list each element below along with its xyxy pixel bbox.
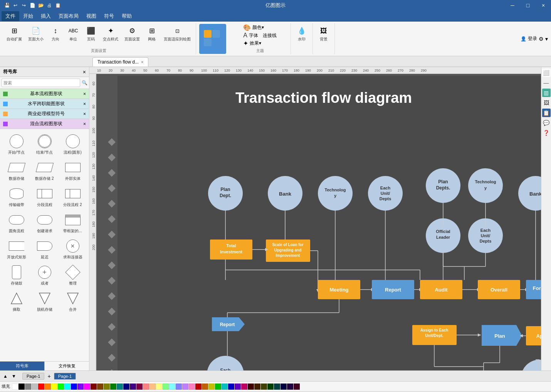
- menu-symbols[interactable]: 符号: [100, 11, 118, 21]
- maximize-button[interactable]: □: [520, 0, 536, 11]
- color-cell-teal[interactable]: [117, 384, 123, 390]
- rp-btn-6[interactable]: 💬: [542, 119, 551, 127]
- sidebar-section-horizontal-header[interactable]: 水平跨职能图形状 ×: [0, 99, 89, 109]
- sidebar-section-business-header[interactable]: 商业处理模型符号 ×: [0, 109, 89, 119]
- shape-process-circle[interactable]: 流程(圆形): [59, 132, 86, 157]
- shape-segment-process[interactable]: 分段流程: [31, 184, 58, 209]
- menu-view[interactable]: 视图: [82, 11, 100, 21]
- rp-btn-7[interactable]: ❓: [542, 129, 551, 137]
- color-cell-lightgreen[interactable]: [163, 384, 169, 390]
- sidebar-section-horizontal-close[interactable]: ×: [83, 101, 86, 107]
- minimize-button[interactable]: ─: [505, 0, 520, 11]
- settings-icon[interactable]: ⚙: [539, 36, 544, 42]
- color-cell-vdarkblue[interactable]: [281, 384, 287, 390]
- color-cell-darkorange[interactable]: [202, 384, 208, 390]
- shape-or[interactable]: + 或者: [31, 263, 58, 288]
- shape-end-node[interactable]: 结束/节点: [31, 132, 58, 157]
- color-cell-yellow[interactable]: [51, 384, 57, 390]
- sidebar-section-basic-close[interactable]: ×: [83, 91, 86, 97]
- shape-offline-store[interactable]: 脱机存储: [31, 289, 58, 314]
- color-cell-medpink[interactable]: [241, 384, 247, 390]
- sidebar-section-mixed-close[interactable]: ×: [83, 121, 86, 127]
- shape-external-entity[interactable]: 外部实体: [59, 158, 86, 183]
- color-cell-purple[interactable]: [77, 384, 84, 390]
- tb-direction[interactable]: ↕ 方向: [47, 24, 64, 44]
- menu-page-layout[interactable]: 页面布局: [55, 11, 82, 21]
- shape-extract[interactable]: 摘取: [3, 289, 30, 314]
- color-cell-indigo[interactable]: [130, 384, 136, 390]
- color-cell-olive[interactable]: [104, 384, 110, 390]
- shape-framed[interactable]: 带框架的...: [59, 211, 86, 235]
- shape-start-node[interactable]: 开始/节点: [3, 132, 30, 157]
- color-cell-vdarkrose[interactable]: [294, 384, 300, 390]
- page-nav-up[interactable]: ▲: [2, 372, 9, 380]
- login-btn[interactable]: 登录: [528, 35, 537, 42]
- shape-tape[interactable]: 传输磁带: [3, 184, 30, 209]
- color-cell-red[interactable]: [38, 384, 44, 390]
- shape-open-rect[interactable]: 开放式矩形: [3, 237, 30, 261]
- color-cell-blue[interactable]: [71, 384, 77, 390]
- more-icon[interactable]: ▾: [545, 36, 548, 42]
- rp-btn-5[interactable]: 📋: [542, 109, 551, 117]
- color-cell-lightcyan[interactable]: [169, 384, 175, 390]
- shape-merge[interactable]: 合并: [59, 289, 86, 314]
- sidebar-section-business-close[interactable]: ×: [83, 111, 86, 117]
- color-cell-vdarkorange[interactable]: [254, 384, 260, 390]
- page-tab-1[interactable]: Page-1: [22, 373, 44, 380]
- color-cell-vdarkgreen[interactable]: [267, 384, 274, 390]
- shape-segment-process2[interactable]: 分段流程 2: [59, 184, 86, 209]
- sidebar-bottom-tab-library[interactable]: 符号库: [0, 362, 45, 370]
- qa-save[interactable]: 💾: [3, 2, 11, 9]
- color-cell-lightyellow[interactable]: [156, 384, 162, 390]
- color-cell-vdarkteal[interactable]: [274, 384, 280, 390]
- tb-connection-style[interactable]: ✦ 交点样式: [100, 24, 121, 44]
- tab-close-transaction[interactable]: ×: [141, 60, 143, 64]
- tb-page-settings[interactable]: ⚙ 页面设置: [122, 24, 143, 44]
- tb-fit-page[interactable]: ⊡ 页面适应到绘图: [161, 24, 193, 44]
- color-cell-darkred[interactable]: [91, 384, 97, 390]
- shape-sort[interactable]: 整理: [59, 263, 86, 288]
- tab-transaction-flow[interactable]: Transaction flow d... ×: [92, 57, 148, 67]
- color-cell-vdarkindigo[interactable]: [287, 384, 293, 390]
- tb-unit[interactable]: ABC 单位: [65, 24, 82, 44]
- qa-redo[interactable]: ↪: [20, 2, 28, 9]
- color-cell-darkyellow[interactable]: [208, 384, 215, 390]
- menu-file[interactable]: 文件: [2, 11, 19, 21]
- shape-rounded-rect[interactable]: 圆角流程: [3, 211, 30, 235]
- menu-start[interactable]: 开始: [19, 11, 37, 21]
- shape-delay[interactable]: 延迟: [31, 237, 58, 261]
- page-tab-2[interactable]: Page-1: [54, 373, 76, 380]
- sidebar-section-basic-header[interactable]: 基本流程图形状 ×: [0, 89, 89, 99]
- add-page-button[interactable]: +: [46, 373, 52, 379]
- canvas-inner[interactable]: Transaction flow diagram Plan Dept. Bank…: [96, 74, 541, 370]
- sidebar-section-mixed-header[interactable]: 混合流程图形状 ×: [0, 119, 89, 129]
- color-cell-vdarkred[interactable]: [248, 384, 254, 390]
- shape-data-store2[interactable]: 数据存储 2: [31, 158, 58, 183]
- color-cell-medgreen[interactable]: [215, 384, 221, 390]
- rp-btn-3[interactable]: ▥: [542, 89, 551, 97]
- qa-print[interactable]: 🖨: [45, 2, 53, 9]
- qa-undo[interactable]: ↩: [12, 2, 19, 9]
- tb-page-size[interactable]: 📄 页面大小: [25, 24, 46, 44]
- color-cell-rose[interactable]: [189, 384, 195, 390]
- color-cell-medteal[interactable]: [222, 384, 228, 390]
- sidebar-bottom-tab-recovery[interactable]: 文件恢复: [45, 362, 89, 370]
- qa-open[interactable]: 📂: [37, 2, 45, 9]
- color-cell-green[interactable]: [58, 384, 64, 390]
- color-cell-cyan[interactable]: [64, 384, 71, 390]
- color-cell-gray[interactable]: [25, 384, 31, 390]
- color-cell-darkmaroon[interactable]: [195, 384, 202, 390]
- color-cell-peach[interactable]: [150, 384, 156, 390]
- color-cell-navy[interactable]: [123, 384, 129, 390]
- tb-background[interactable]: 🖼 背景: [315, 24, 332, 44]
- menu-insert[interactable]: 插入: [37, 11, 55, 21]
- color-cell-lavender[interactable]: [182, 384, 188, 390]
- rp-btn-2[interactable]: —: [542, 79, 551, 87]
- shape-create-request[interactable]: 创建请求: [31, 211, 58, 235]
- color-cell-pink[interactable]: [143, 384, 149, 390]
- sidebar-close-icon[interactable]: ×: [83, 69, 86, 75]
- qa-copy[interactable]: 📋: [54, 2, 62, 9]
- color-cell-brown[interactable]: [97, 384, 103, 390]
- tb-watermark[interactable]: 💧 水印: [293, 24, 310, 44]
- color-cell-maroon[interactable]: [136, 384, 143, 390]
